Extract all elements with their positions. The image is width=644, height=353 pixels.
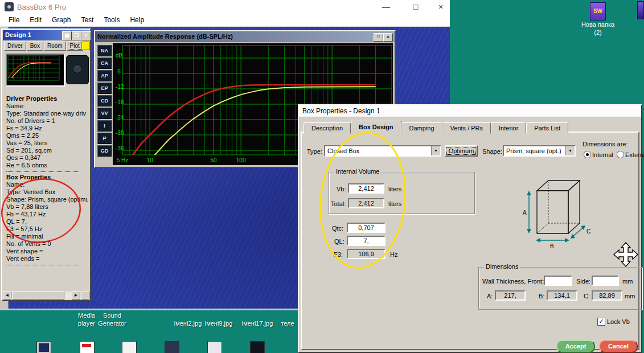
wall-side-input[interactable]: [592, 276, 619, 286]
total-label: Total:: [331, 200, 346, 207]
graph-tool-ap[interactable]: AP: [97, 70, 112, 81]
chevron-down-icon[interactable]: ▼: [431, 146, 440, 155]
lock-vb-checkbox[interactable]: ✓: [597, 318, 605, 326]
dialog-tab-interior[interactable]: Interior: [491, 122, 526, 134]
dialog-tab-parts-list[interactable]: Parts List: [526, 122, 568, 134]
dialog-tab-vents-prs[interactable]: Vents / PRs: [442, 122, 491, 134]
wall-front-input[interactable]: [544, 276, 572, 286]
minimize-button[interactable]: —: [376, 1, 396, 13]
separator: [6, 265, 79, 265]
desktop-icon-label-line2: (2): [576, 28, 620, 36]
menu-item-file[interactable]: File: [3, 14, 24, 26]
desktop-file-label[interactable]: SoundGenerator: [98, 311, 126, 327]
plot-thumbnail: [6, 54, 65, 87]
property-line: Vb = 7,88 liters: [6, 203, 88, 211]
menu-item-test[interactable]: Test: [76, 14, 99, 26]
x-axis-tick: 10: [147, 157, 153, 163]
graph-tool-cd[interactable]: CD: [97, 95, 112, 106]
design-tab-plot[interactable]: Plot: [67, 42, 83, 51]
desktop-icon-document[interactable]: [122, 341, 137, 353]
maximize-button[interactable]: □: [405, 1, 426, 13]
scroll-thumb[interactable]: [12, 292, 64, 299]
scroll-right-button[interactable]: ►: [72, 292, 80, 299]
dim-b-letter: B: [550, 243, 554, 249]
graph-close-button[interactable]: ×: [383, 33, 393, 42]
menu-item-help[interactable]: Help: [125, 14, 149, 26]
desktop-icon-partial[interactable]: [637, 1, 644, 19]
scroll-left-button[interactable]: ◄: [3, 292, 11, 299]
wall-thickness-label: Wall Thickness, Front:: [482, 278, 544, 285]
graph-tool-na[interactable]: NA: [97, 45, 112, 56]
internal-radio[interactable]: [584, 151, 591, 158]
property-line: QL = 7,: [6, 218, 88, 225]
ql-input[interactable]: 7,: [347, 236, 385, 246]
shape-dropdown[interactable]: Prism, square (opt.) ▼: [503, 145, 576, 157]
desktop-file-label[interactable]: теле: [281, 319, 294, 327]
graph-restore-button[interactable]: □: [374, 33, 383, 42]
property-line: F3 = 57,5 Hz: [6, 225, 88, 233]
design-panel-titlebar[interactable]: Design 1 ▤ ❐ ×: [3, 30, 89, 40]
box-type-value: Closed Box: [327, 147, 359, 154]
design-panel: Design 1 ▤ ❐ × DriverBoxRoomPlot Driver …: [1, 28, 91, 301]
desktop-file-label[interactable]: Mediaplayer: [78, 311, 95, 327]
graph-tool-i[interactable]: I: [97, 120, 112, 132]
desktop-icon-document-red[interactable]: [80, 341, 95, 353]
dialog-tab-description[interactable]: Description: [303, 122, 351, 134]
lock-vb-label: Lock Vb: [607, 318, 630, 325]
f3-field: 106,9: [347, 249, 385, 259]
design-tab-room[interactable]: Room: [44, 42, 66, 51]
close-button[interactable]: ×: [430, 1, 451, 13]
save-button[interactable]: ▤: [62, 31, 72, 40]
app-titlebar: BassBox 6 Pro — □ ×: [0, 0, 450, 14]
box-properties-dialog: Box Properties - Design 1 DescriptionBox…: [298, 104, 642, 353]
design-tab-box[interactable]: Box: [27, 42, 43, 51]
property-line: Vent ends =: [6, 255, 88, 262]
y-axis-tick: -18: [116, 99, 124, 105]
plot-color-swatch[interactable]: [81, 42, 90, 50]
graph-tool-ca[interactable]: CA: [97, 58, 112, 69]
graph-tool-vv[interactable]: VV: [97, 108, 112, 119]
graph-tool-ep[interactable]: EP: [97, 83, 112, 94]
optimum-button[interactable]: Optimum: [445, 145, 478, 157]
design-tab-strip: DriverBoxRoomPlot: [4, 42, 84, 51]
a-dimension-field: 217,: [495, 290, 526, 301]
restore-button[interactable]: ❐: [72, 31, 81, 40]
desktop-file-label[interactable]: імені17.jpg: [242, 319, 273, 327]
sw-app-icon: SW: [590, 2, 606, 20]
dialog-titlebar[interactable]: Box Properties - Design 1: [299, 105, 641, 117]
menu-item-edit[interactable]: Edit: [24, 14, 47, 26]
dialog-tab-box-design[interactable]: Box Design: [351, 121, 401, 134]
graph-tool-p[interactable]: P: [97, 133, 112, 144]
dimensions-legend: Dimensions: [484, 263, 520, 270]
menu-item-graph[interactable]: Graph: [47, 14, 76, 26]
property-line: Qms = 2,25: [6, 132, 88, 139]
accept-button[interactable]: Accept: [556, 340, 595, 353]
separator: [6, 171, 79, 172]
close-panel-button[interactable]: ×: [81, 31, 91, 40]
desktop-icon-dark[interactable]: [165, 341, 179, 353]
qtc-input[interactable]: 0,707: [347, 223, 385, 233]
cancel-button[interactable]: Cancel: [599, 340, 638, 353]
external-radio[interactable]: [617, 151, 624, 158]
vb-input[interactable]: 2,412: [348, 183, 384, 194]
desktop-icon-black[interactable]: [250, 341, 265, 353]
chevron-down-icon[interactable]: ▼: [565, 146, 575, 155]
b-label: B:: [539, 293, 544, 299]
desktop-file-label[interactable]: імені9.jpg: [205, 319, 233, 327]
desktop-icon-monitor[interactable]: [36, 341, 51, 353]
desktop-icon-light[interactable]: [207, 341, 222, 353]
desktop-icon-new-folder[interactable]: SW Нова папка (2): [576, 2, 620, 36]
box-type-dropdown[interactable]: Closed Box ▼: [324, 145, 441, 157]
graph-window-titlebar[interactable]: Normalized Amplitude Response (dB-SPL/Hz…: [95, 31, 395, 42]
vb-unit: liters: [388, 186, 401, 192]
menu-item-tools[interactable]: Tools: [99, 14, 125, 26]
desktop-file-label[interactable]: імені2.jpg: [174, 319, 202, 327]
dialog-tab-damping[interactable]: Damping: [401, 122, 442, 134]
shape-value: Prism, square (opt.): [506, 147, 561, 154]
horizontal-scrollbar[interactable]: ◄ ►: [3, 292, 89, 299]
property-line: Type: Standard one-way driv: [6, 110, 88, 117]
dialog-tab-strip: DescriptionBox DesignDampingVents / PRsI…: [303, 121, 568, 134]
graph-tool-gd[interactable]: GD: [97, 145, 112, 157]
design-tab-driver[interactable]: Driver: [4, 42, 26, 51]
dim-a-letter: A: [523, 210, 527, 216]
